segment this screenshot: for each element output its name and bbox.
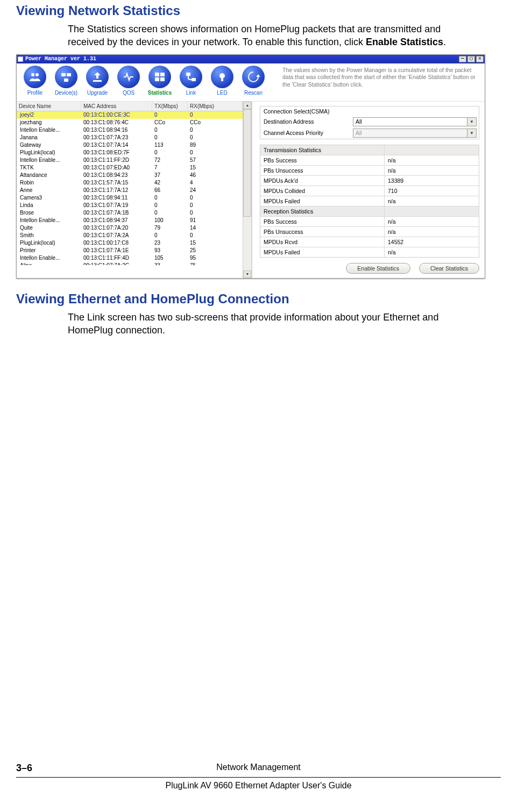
stat-value: n/a	[384, 247, 479, 257]
cell-rx: 0	[188, 134, 243, 141]
table-row[interactable]: joezhang00:13:C1:08:76:4CCCoCCo	[17, 119, 243, 126]
table-row[interactable]: Alina00:13:C1:07:7A:2C3375	[17, 262, 243, 265]
scroll-down-icon[interactable]: ▾	[243, 270, 251, 278]
cell-tx: 72	[152, 156, 188, 164]
enable-statistics-button[interactable]: Enable Statistics	[346, 263, 410, 274]
tab-profile[interactable]: Profile	[20, 66, 50, 101]
devices-icon	[55, 66, 77, 88]
maximize-button[interactable]: ▢	[467, 56, 475, 62]
table-row[interactable]: Attandance00:13:C1:08:94:233746	[17, 172, 243, 179]
cell-rx: 0	[188, 209, 243, 217]
table-row[interactable]: TKTK00:13:C1:07:ED:A0715	[17, 164, 243, 172]
scroll-up-icon[interactable]: ▴	[243, 102, 251, 109]
tab-label: QOS	[113, 90, 144, 96]
table-row[interactable]: Intellon Enable...00:13:C1:08:94:3710091	[17, 217, 243, 224]
tab-qos[interactable]: QOS	[113, 66, 144, 101]
close-button[interactable]: ✕	[476, 56, 484, 62]
svg-point-1	[36, 73, 39, 76]
conn-select-label: Connection Select(CSMA)	[260, 106, 351, 116]
cell-mac: 00:13:C1:08:94:37	[81, 217, 152, 224]
col-mac[interactable]: MAC Address	[81, 102, 152, 111]
stat-value: n/a	[384, 227, 479, 237]
tab-rescan[interactable]: Rescan	[238, 66, 268, 101]
svg-point-0	[31, 73, 34, 76]
cell-device-name: PlugLink(local)	[17, 239, 81, 247]
scroll-thumb[interactable]	[243, 109, 251, 217]
chevron-down-icon[interactable]: ▼	[467, 117, 477, 126]
para-stats-bold: Enable Statistics	[366, 37, 443, 47]
table-row[interactable]: Linda00:13:C1:07:7A:1900	[17, 202, 243, 209]
cell-rx: 75	[188, 262, 243, 265]
cell-device-name: joezhang	[17, 119, 81, 126]
stat-value: 710	[384, 186, 479, 196]
stat-value	[384, 206, 479, 216]
tab-link[interactable]: Link	[176, 66, 206, 101]
table-row[interactable]: Camera300:13:C1:08:94:1100	[17, 194, 243, 202]
table-row[interactable]: Gateway00:13:C1:07:7A:1411389	[17, 141, 243, 149]
tab-label: Upgrade	[82, 90, 112, 96]
cell-tx: 0	[152, 126, 188, 134]
cell-mac: 00:13:C1:00:17:C8	[81, 239, 152, 247]
tab-label: Link	[176, 90, 206, 96]
cell-device-name: Intellon Enable...	[17, 156, 81, 164]
clear-statistics-button[interactable]: Clear Statistics	[419, 263, 479, 274]
window-title: Power Manager ver 1.31	[25, 56, 96, 62]
cell-rx: 0	[188, 111, 243, 119]
cell-rx: 46	[188, 172, 243, 179]
cell-device-name: Robin	[17, 179, 81, 187]
cell-mac: 00:13:C1:07:7A:20	[81, 224, 152, 232]
cell-rx: 4	[188, 179, 243, 187]
cell-tx: 37	[152, 172, 188, 179]
table-row[interactable]: Anne00:13:C1:17:7A:126624	[17, 187, 243, 194]
table-row[interactable]: Robin00:13:C1:57:7A:15424	[17, 179, 243, 187]
stats-header-row: Transmission Statistics	[260, 145, 479, 155]
minimize-button[interactable]: —	[459, 56, 466, 62]
cell-tx: 0	[152, 111, 188, 119]
table-row[interactable]: Quite00:13:C1:07:7A:207914	[17, 224, 243, 232]
cell-tx: 0	[152, 149, 188, 156]
cell-mac: 00:13:C1:08:94:16	[81, 126, 152, 134]
cell-tx: 0	[152, 209, 188, 217]
device-scrollbar[interactable]: ▴ ▾	[243, 102, 251, 278]
tab-led[interactable]: LED	[207, 66, 237, 101]
table-row[interactable]: Intellon Enable...00:13:C1:08:94:1600	[17, 126, 243, 134]
tab-statistics[interactable]: Statistics	[145, 66, 175, 101]
cell-tx: 93	[152, 247, 188, 254]
chevron-down-icon: ▼	[467, 129, 477, 138]
people-icon	[24, 66, 46, 88]
cell-rx: 57	[188, 156, 243, 164]
table-row[interactable]: PlugLink(local)00:13:C1:08:ED:7F00	[17, 149, 243, 156]
tab-devices[interactable]: Device(s)	[51, 66, 81, 101]
table-row[interactable]: PlugLink(local)00:13:C1:00:17:C82315	[17, 239, 243, 247]
cell-rx: 91	[188, 217, 243, 224]
table-row[interactable]: Intellon Enable...00:13:C1:11:FF:4D10595	[17, 254, 243, 262]
cell-mac: 00:13:C1:07:7A:14	[81, 141, 152, 149]
tab-label: Device(s)	[51, 90, 81, 96]
cell-device-name: Intellon Enable...	[17, 254, 81, 262]
cell-rx: 0	[188, 232, 243, 239]
cell-tx: 0	[152, 202, 188, 209]
stat-key: PBs Success	[260, 217, 384, 226]
tab-label: Rescan	[238, 90, 268, 96]
svg-rect-6	[155, 73, 159, 76]
cell-device-name: TKTK	[17, 164, 81, 172]
table-row[interactable]: joeyi200:13:C1:00:CE:3C00	[17, 111, 243, 119]
table-row[interactable]: Printer00:13:C1:07:7A:1E9325	[17, 247, 243, 254]
cell-tx: 100	[152, 217, 188, 224]
link-icon	[180, 66, 202, 88]
tab-upgrade[interactable]: Upgrade	[82, 66, 112, 101]
heading-link: Viewing Ethernet and HomePlug Connection	[16, 291, 501, 307]
cell-tx: 23	[152, 239, 188, 247]
col-device-name[interactable]: Device Name	[17, 102, 81, 111]
table-row[interactable]: Smith00:13:C1:07:7A:2A00	[17, 232, 243, 239]
col-tx[interactable]: TX(Mbps)	[152, 102, 188, 111]
cell-device-name: Janana	[17, 134, 81, 141]
col-rx[interactable]: RX(Mbps)	[188, 102, 243, 111]
table-row[interactable]: Brose00:13:C1:07:7A:1B00	[17, 209, 243, 217]
cell-mac: 00:13:C1:08:76:4C	[81, 119, 152, 126]
table-row[interactable]: Intellon Enable...00:13:C1:11:FF:2D7257	[17, 156, 243, 164]
dest-addr-combo[interactable]: All	[353, 117, 467, 126]
stat-value: 13389	[384, 176, 479, 186]
table-row[interactable]: Janana00:13:C1:07:7A:2300	[17, 134, 243, 141]
cell-rx: 89	[188, 141, 243, 149]
